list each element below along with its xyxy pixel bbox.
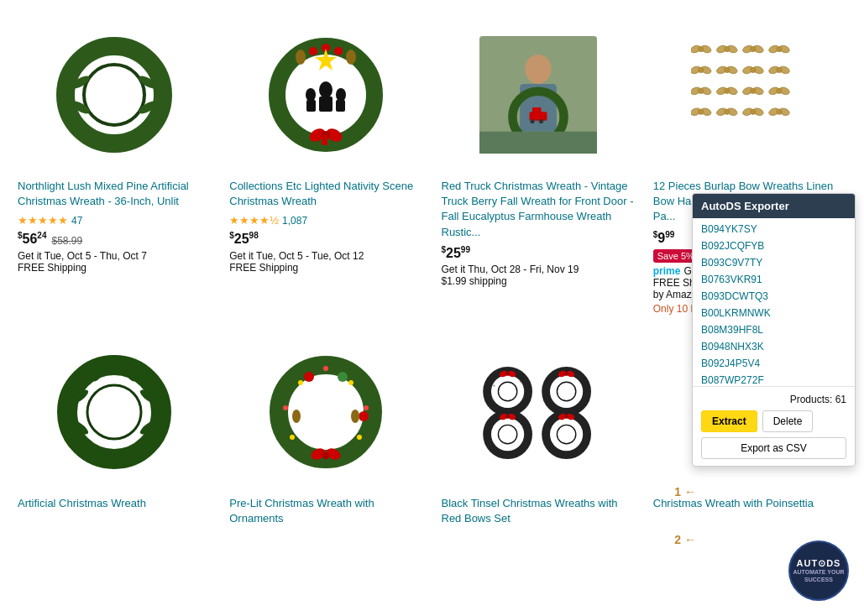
svg-point-89	[279, 365, 373, 459]
product-image-6	[229, 337, 422, 488]
autods-panel-header: AutoDS Exporter	[693, 194, 855, 218]
svg-point-127	[520, 380, 521, 382]
product-title-7[interactable]: Black Tinsel Christmas Wreaths with Red …	[442, 496, 635, 526]
product-title-6[interactable]: Pre-Lit Christmas Wreath with Ornaments	[229, 496, 422, 526]
svg-point-10	[296, 50, 306, 65]
product-title-5[interactable]: Artificial Christmas Wreath	[18, 496, 211, 511]
svg-point-50	[725, 67, 730, 72]
svg-rect-16	[306, 100, 316, 112]
shipping-1: FREE Shipping	[18, 262, 211, 274]
svg-point-112	[557, 382, 575, 400]
product-title-1[interactable]: Northlight Lush Mixed Pine Artificial Ch…	[18, 179, 211, 209]
svg-point-93	[364, 405, 369, 410]
autods-item-4[interactable]: B093DCWTQ3	[693, 288, 855, 305]
product-title-3[interactable]: Red Truck Christmas Wreath - Vintage Tru…	[442, 179, 635, 240]
svg-point-53	[751, 67, 756, 72]
autods-logo[interactable]: AUT⊙DS AUTOMATE YOUR SUCCESS	[788, 540, 849, 601]
svg-rect-32	[479, 132, 597, 154]
svg-point-122	[557, 425, 575, 443]
product-card-3[interactable]: Red Truck Christmas Wreath - Vintage Tru…	[432, 8, 644, 326]
svg-point-117	[498, 425, 516, 443]
autods-item-7[interactable]: B0948NHX3K	[693, 338, 855, 355]
product-image-4	[653, 19, 846, 170]
svg-point-121	[546, 414, 587, 455]
svg-point-91	[323, 366, 328, 371]
product-image-1	[18, 19, 211, 170]
main-page: Northlight Lush Mixed Pine Artificial Ch…	[0, 0, 864, 616]
product-image-3	[442, 19, 635, 170]
product-card-1[interactable]: Northlight Lush Mixed Pine Artificial Ch…	[8, 8, 220, 326]
svg-point-65	[751, 88, 756, 93]
svg-point-101	[292, 410, 301, 423]
autods-item-1[interactable]: B092JCQFYB	[693, 238, 855, 254]
extract-button[interactable]: Extract	[701, 410, 757, 432]
svg-rect-29	[532, 107, 542, 113]
price-row-3: $2599	[442, 245, 635, 261]
svg-point-97	[283, 405, 288, 410]
svg-point-115	[564, 372, 568, 376]
svg-point-96	[290, 435, 295, 440]
product-card-2[interactable]: Collections Etc Lighted Nativity Scene C…	[220, 8, 432, 326]
rating-count-1[interactable]: 47	[71, 215, 82, 227]
price-2: $2598	[229, 231, 258, 247]
autods-item-3[interactable]: B0763VKR91	[693, 271, 855, 288]
autods-panel: AutoDS Exporter B094YK7SY B092JCQFYB B09…	[692, 193, 856, 467]
btn-row: Extract Delete	[701, 410, 846, 432]
autods-item-2[interactable]: B093C9V7TY	[693, 254, 855, 271]
svg-point-31	[539, 119, 543, 123]
autods-item-8[interactable]: B092J4P5V4	[693, 355, 855, 372]
svg-point-105	[322, 452, 329, 459]
svg-point-25	[525, 55, 552, 84]
svg-rect-14	[319, 97, 333, 112]
delete-button[interactable]: Delete	[762, 410, 814, 432]
svg-point-17	[336, 88, 346, 102]
svg-point-56	[777, 67, 782, 72]
svg-point-47	[698, 67, 703, 72]
delivery-3: Get it Thu, Oct 28 - Fri, Nov 19	[442, 264, 635, 275]
svg-point-94	[357, 435, 362, 440]
svg-point-9	[334, 47, 343, 55]
annotation-arrow-2: 2 ←	[674, 533, 696, 546]
svg-point-71	[698, 109, 703, 114]
product-title-2[interactable]: Collections Etc Lighted Nativity Scene C…	[229, 179, 422, 209]
delivery-2: Get it Tue, Oct 5 - Tue, Oct 12	[229, 250, 422, 262]
prime-badge-4: prime	[653, 265, 681, 277]
svg-point-11	[346, 50, 356, 65]
svg-point-1	[84, 65, 144, 125]
svg-point-92	[348, 380, 353, 385]
svg-point-41	[751, 46, 756, 51]
svg-point-74	[725, 109, 730, 114]
product-card-7[interactable]: Black Tinsel Christmas Wreaths with Red …	[432, 326, 644, 542]
svg-rect-18	[336, 100, 345, 112]
export-csv-button[interactable]: Export as CSV	[701, 437, 846, 459]
svg-point-80	[777, 109, 782, 114]
svg-point-0	[65, 46, 163, 144]
rating-row-2: ★★★★½ 1,087	[229, 214, 422, 227]
svg-point-98	[304, 372, 314, 382]
svg-point-35	[698, 46, 703, 51]
rating-row-1: ★★★★★ 47	[18, 214, 211, 227]
svg-point-129	[491, 398, 493, 399]
autods-item-6[interactable]: B08M39HF8L	[693, 321, 855, 338]
product-card-5[interactable]: Artificial Christmas Wreath	[8, 326, 220, 542]
svg-point-107	[498, 382, 516, 400]
svg-point-102	[351, 410, 359, 423]
svg-point-7	[309, 47, 317, 55]
price-3: $2599	[442, 245, 470, 261]
autods-item-0[interactable]: B094YK7SY	[693, 221, 855, 238]
rating-count-2[interactable]: 1,087	[282, 215, 307, 227]
svg-point-15	[306, 88, 316, 102]
svg-point-100	[359, 411, 369, 421]
product-image-2	[229, 19, 422, 170]
stars-1: ★★★★★	[18, 214, 68, 227]
autods-footer: Products: 61 Extract Delete Export as CS…	[693, 386, 855, 466]
autods-item-5[interactable]: B00LKRMNWK	[693, 305, 855, 321]
svg-point-81	[67, 365, 161, 459]
svg-point-68	[777, 88, 782, 93]
stars-2: ★★★★½	[229, 214, 279, 227]
autods-item-9[interactable]: B087WP272F	[693, 372, 855, 386]
product-card-6[interactable]: Pre-Lit Christmas Wreath with Ornaments	[220, 326, 432, 542]
svg-point-62	[725, 88, 730, 93]
autods-item-list: B094YK7SY B092JCQFYB B093C9V7TY B0763VKR…	[693, 218, 855, 386]
svg-point-125	[564, 415, 568, 419]
